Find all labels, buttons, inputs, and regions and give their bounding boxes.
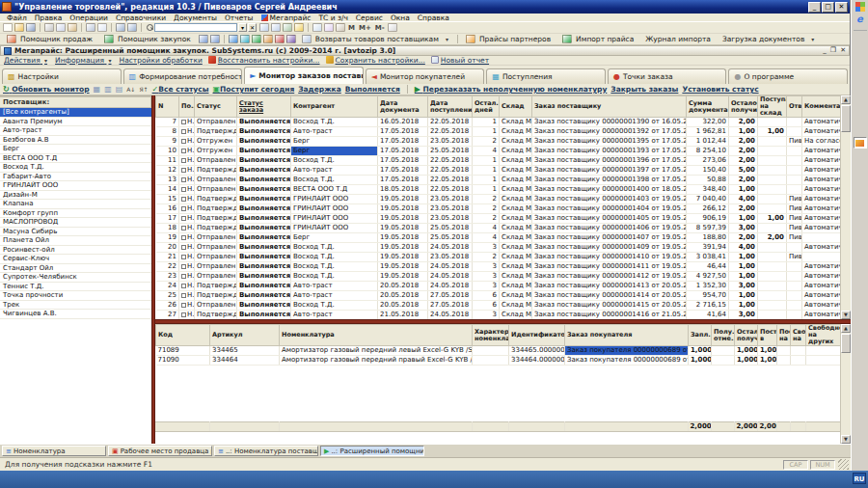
cell[interactable]: Выполняется bbox=[237, 195, 291, 204]
checkbox-icon[interactable] bbox=[181, 245, 186, 250]
cell[interactable]: 10 bbox=[156, 147, 179, 156]
details-column-header[interactable]: Полу... отме... bbox=[712, 325, 735, 346]
cell[interactable]: Н. bbox=[179, 156, 195, 166]
undo-icon[interactable] bbox=[116, 23, 125, 32]
sales-assistant-button[interactable]: Помощник продаж bbox=[2, 35, 99, 43]
supplier-list-item[interactable]: Точка прочности bbox=[0, 291, 151, 301]
cell[interactable]: 24.05.2018 bbox=[428, 243, 473, 253]
cell[interactable]: 27.05.2018 bbox=[428, 291, 473, 301]
cell[interactable]: На согласова.. bbox=[802, 137, 841, 147]
cell[interactable]: Выполняется bbox=[237, 166, 291, 176]
cell[interactable]: 19.05.2018 bbox=[378, 243, 428, 253]
reorder-unreceived-button[interactable]: ▶ Перезаказать неполученную номенклатуру bbox=[415, 85, 608, 94]
cell[interactable]: Склад М7 bbox=[500, 224, 532, 233]
cell[interactable]: Автоматичес.. bbox=[802, 272, 841, 282]
cell[interactable]: Восход Т.Д. bbox=[291, 243, 378, 253]
cell[interactable]: 24.05.2018 bbox=[428, 311, 473, 320]
cell[interactable]: Выполняется bbox=[237, 137, 291, 147]
cell[interactable] bbox=[777, 346, 791, 356]
cell[interactable]: 2,00 bbox=[729, 233, 758, 243]
print-icon[interactable] bbox=[86, 23, 95, 32]
cell[interactable]: 1,00 bbox=[729, 185, 758, 195]
open-window-button-1[interactable]: ▣Рабочее место продавца р... bbox=[108, 446, 212, 456]
cell[interactable]: 8 254,10 bbox=[687, 147, 729, 156]
mdi-restore-button[interactable]: ❐ bbox=[830, 46, 836, 55]
supplier-list-item[interactable]: Стандарт Ойл bbox=[0, 264, 151, 274]
cell[interactable]: Отправлен bbox=[195, 272, 237, 282]
cell[interactable] bbox=[787, 156, 802, 166]
cell[interactable]: 1,00 bbox=[729, 291, 758, 301]
cell[interactable]: Восход Т.Д. bbox=[291, 176, 378, 185]
cell[interactable]: 22.05.2018 bbox=[428, 118, 473, 127]
cell[interactable] bbox=[787, 118, 802, 127]
copy-icon[interactable] bbox=[56, 23, 66, 32]
cell[interactable]: 21.05.2018 bbox=[378, 311, 428, 320]
tab-4[interactable]: ▦Поступления bbox=[486, 68, 606, 84]
cell[interactable]: Выполняется bbox=[237, 127, 291, 137]
cell[interactable]: Отправлен bbox=[195, 185, 237, 195]
help-icon[interactable] bbox=[388, 23, 397, 32]
cell[interactable]: 24 bbox=[156, 282, 179, 291]
cell[interactable]: Авто-траст bbox=[291, 311, 378, 320]
cell[interactable]: 188,80 bbox=[687, 233, 729, 243]
cell[interactable]: Н. bbox=[179, 127, 195, 137]
cell[interactable] bbox=[758, 166, 787, 176]
cell[interactable]: Пиво... bbox=[787, 253, 802, 262]
checkbox-icon[interactable] bbox=[181, 216, 186, 221]
cell[interactable]: 6 bbox=[473, 301, 500, 311]
cell[interactable]: Заказ поставщику 00000001392 от 17.05.20… bbox=[532, 127, 687, 137]
supplier-list-item[interactable]: ВЕСТА ООО Т.Д bbox=[0, 154, 151, 164]
cell[interactable]: 2,00 bbox=[729, 137, 758, 147]
cell[interactable]: 1,000 bbox=[758, 356, 777, 366]
supplier-list-item[interactable]: Чигвинцев А.В. bbox=[0, 310, 151, 319]
cell[interactable]: 1 bbox=[473, 156, 500, 166]
tab-3[interactable]: ◄Монитор покупателей bbox=[366, 68, 485, 84]
cell[interactable]: 334465.000000325 bbox=[509, 346, 565, 356]
cell[interactable]: Восход Т.Д. bbox=[291, 118, 378, 127]
minimize-button[interactable]: _ bbox=[808, 2, 821, 13]
cell[interactable]: Амортизатор газовый передний правый Exce… bbox=[280, 356, 473, 366]
cell[interactable]: Склад М7 bbox=[500, 311, 532, 320]
supplier-list-item[interactable]: Берг bbox=[0, 145, 151, 154]
supplier-list-item[interactable]: Росинвест-ойл bbox=[0, 246, 151, 256]
orders-column-header[interactable]: Поступает на склад bbox=[758, 96, 787, 118]
orders-column-header[interactable]: Заказ поставщику bbox=[532, 96, 687, 118]
cell[interactable]: 1,00 bbox=[729, 262, 758, 272]
supplier-list-item[interactable]: Теннис Т.Д. bbox=[0, 283, 151, 292]
supplier-list-item[interactable]: МАСЛОПРОВОД bbox=[0, 218, 151, 228]
cell[interactable]: 1,00 bbox=[729, 272, 758, 282]
details-column-header[interactable]: Запл... bbox=[689, 325, 712, 346]
cell[interactable] bbox=[712, 356, 735, 366]
cell[interactable]: Выполняется bbox=[237, 243, 291, 253]
menu-item-5[interactable]: Отчеты bbox=[221, 14, 258, 22]
checkbox-icon[interactable] bbox=[181, 293, 186, 298]
cell[interactable]: 1,000 bbox=[735, 356, 758, 366]
cell[interactable]: Подтвержде bbox=[195, 127, 237, 137]
cell[interactable]: 23.05.2018 bbox=[428, 195, 473, 204]
cell[interactable]: 4,00 bbox=[729, 195, 758, 204]
cell[interactable]: 14 bbox=[156, 185, 179, 195]
new-report-button[interactable]: Новый отчет bbox=[431, 56, 489, 65]
document-orange-icon[interactable] bbox=[263, 35, 273, 43]
cell[interactable]: 322,00 bbox=[687, 118, 729, 127]
search-icon[interactable] bbox=[147, 24, 153, 31]
cell[interactable]: 1 352,30 bbox=[687, 282, 729, 291]
cell[interactable]: 17 bbox=[156, 214, 179, 224]
cell[interactable] bbox=[758, 253, 787, 262]
orders-column-header[interactable]: N bbox=[156, 96, 179, 118]
cell[interactable]: Н. bbox=[179, 214, 195, 224]
cell[interactable]: 20 bbox=[156, 243, 179, 253]
cell[interactable]: 1,000 bbox=[758, 346, 777, 356]
cell[interactable]: Восход Т.Д. bbox=[291, 156, 378, 166]
checkbox-icon[interactable] bbox=[181, 158, 186, 163]
orders-column-header[interactable]: Отве... bbox=[787, 96, 802, 118]
cell[interactable]: Склад М3 bbox=[500, 137, 532, 147]
cell[interactable]: Заказ поставщику 00000001395 от 17.05.20… bbox=[532, 137, 687, 147]
cell[interactable]: Склад М7 bbox=[500, 301, 532, 311]
orders-column-header[interactable]: Комментарий bbox=[802, 96, 841, 118]
cell[interactable]: 26 bbox=[156, 301, 179, 311]
filter-due-today-button[interactable]: ▣Поступит сегодня bbox=[213, 85, 295, 94]
users-icon[interactable] bbox=[336, 23, 345, 32]
cell[interactable]: 2 bbox=[473, 204, 500, 214]
cell[interactable]: Н. bbox=[179, 253, 195, 262]
